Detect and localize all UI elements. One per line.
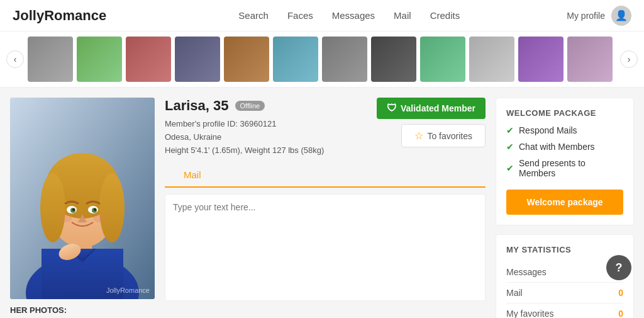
welcome-package-card: WELCOME PACKAGE ✔ Respond Mails ✔ Chat w… (496, 98, 634, 225)
carousel-photo-2[interactable] (77, 37, 122, 82)
check-icon-2: ✔ (506, 163, 514, 173)
svg-point-12 (72, 208, 75, 211)
carousel-photo-11[interactable] (518, 37, 564, 82)
svg-point-15 (93, 215, 106, 222)
carousel-photo-1[interactable] (28, 37, 73, 82)
nav-mail[interactable]: Mail (394, 10, 411, 21)
carousel-photo-7[interactable] (322, 37, 367, 82)
svg-point-14 (59, 215, 72, 222)
main-nav: Search Faces Messages Mail Credits (131, 10, 567, 21)
stats-row-2: My favorites 0 (506, 304, 623, 318)
profile-name-row: Larisa, 35 Offline (165, 98, 324, 114)
profile-location: Odesa, Ukraine (165, 131, 324, 144)
carousel-photo-9[interactable] (420, 37, 465, 82)
stats-value-1: 0 (618, 288, 623, 298)
carousel-left-arrow[interactable]: ‹ (6, 50, 24, 68)
profile-actions: 🛡 Validated Member ☆ To favorites (377, 98, 486, 147)
nav-faces[interactable]: Faces (287, 10, 313, 21)
carousel-photo-8[interactable] (371, 37, 416, 82)
carousel-photo-10[interactable] (469, 37, 514, 82)
stats-label-2: My favorites (506, 309, 553, 318)
welcome-item-1: ✔ Chat with Members (506, 142, 623, 152)
nav-credits[interactable]: Credits (430, 10, 460, 21)
right-sidebar: WELCOME PACKAGE ✔ Respond Mails ✔ Chat w… (496, 98, 634, 318)
stats-value-2: 0 (618, 309, 623, 318)
welcome-item-0: ✔ Respond Mails (506, 125, 623, 135)
profile-name: Larisa, 35 (165, 98, 229, 114)
mail-textarea[interactable] (165, 194, 486, 301)
svg-point-13 (94, 208, 96, 211)
svg-point-6 (40, 173, 65, 242)
header-right: My profile 👤 (567, 6, 631, 26)
main-content: JollyRomance HER PHOTOS: Larisa, 35 Offl… (0, 88, 644, 318)
profile-info-header: Larisa, 35 Offline Member's profile ID: … (165, 98, 486, 157)
carousel-photo-3[interactable] (126, 37, 171, 82)
validated-member-button[interactable]: 🛡 Validated Member (377, 98, 486, 119)
mail-tabs: Mail (165, 163, 486, 188)
shield-icon: 🛡 (387, 103, 397, 114)
nav-messages[interactable]: Messages (332, 10, 375, 21)
mail-tab[interactable]: Mail (165, 163, 220, 188)
profile-physical: Height 5'4.1' (1.65m), Weight 127 lbs (5… (165, 144, 324, 157)
favorites-button[interactable]: ☆ To favorites (401, 124, 486, 147)
her-photos-label: HER PHOTOS: (10, 305, 155, 315)
statistics-title: MY STATISTICS (506, 245, 623, 254)
stats-row-0: Messages 0 (506, 262, 623, 283)
photo-watermark: JollyRomance (106, 287, 150, 294)
carousel-photo-4[interactable] (175, 37, 220, 82)
star-icon: ☆ (414, 130, 423, 142)
my-profile-label[interactable]: My profile (567, 11, 605, 21)
carousel-photo-6[interactable] (273, 37, 318, 82)
help-button[interactable]: ? (606, 255, 631, 280)
profile-photo-column: JollyRomance HER PHOTOS: (10, 98, 155, 318)
offline-badge: Offline (235, 101, 265, 111)
check-icon-1: ✔ (506, 142, 514, 152)
check-icon-0: ✔ (506, 125, 514, 135)
profile-text-info: Larisa, 35 Offline Member's profile ID: … (165, 98, 324, 157)
carousel-right-arrow[interactable]: › (620, 50, 638, 68)
stats-label-1: Mail (506, 288, 523, 298)
welcome-package-button[interactable]: Welcome package (506, 190, 623, 215)
svg-point-7 (99, 173, 125, 242)
welcome-item-2: ✔ Send presents to Members (506, 158, 623, 178)
photo-carousel: ‹ › (0, 31, 644, 88)
profile-member-id: Member's profile ID: 36960121 (165, 118, 324, 131)
carousel-photo-12[interactable] (567, 37, 613, 82)
user-avatar[interactable]: 👤 (611, 6, 631, 26)
profile-center-column: Larisa, 35 Offline Member's profile ID: … (165, 98, 486, 318)
stats-label-0: Messages (506, 267, 547, 277)
carousel-photo-5[interactable] (224, 37, 269, 82)
profile-image-svg (10, 98, 155, 299)
header: JollyRomance Search Faces Messages Mail … (0, 0, 644, 31)
profile-photo: JollyRomance (10, 98, 155, 299)
nav-search[interactable]: Search (238, 10, 269, 21)
stats-row-1: Mail 0 (506, 283, 623, 304)
site-logo[interactable]: JollyRomance (13, 8, 106, 24)
welcome-package-title: WELCOME PACKAGE (506, 108, 623, 118)
carousel-photos-list (28, 37, 616, 82)
